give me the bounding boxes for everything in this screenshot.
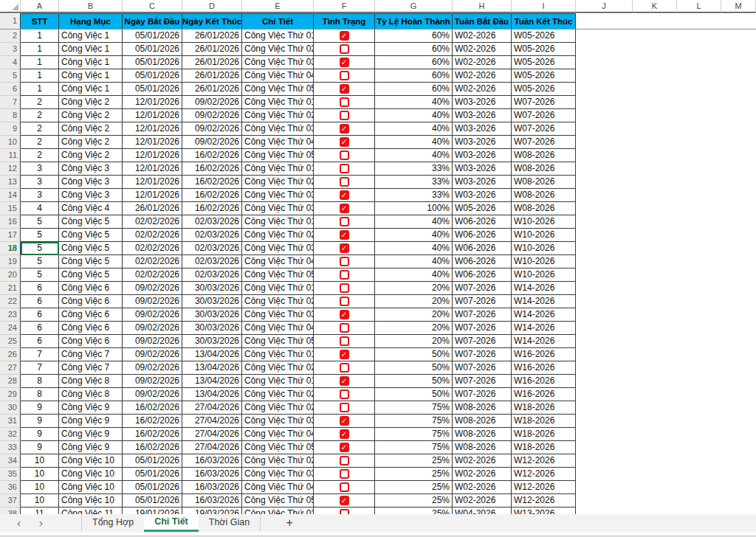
cell-tinh-trang[interactable]: [314, 401, 375, 415]
row-number[interactable]: 10: [0, 136, 21, 149]
cell-ty-le[interactable]: 25%: [375, 468, 453, 481]
cell-ngay-ket-thuc[interactable]: 16/03/2026: [182, 468, 242, 481]
cell-tuan-bat-dau[interactable]: W02-2026: [453, 43, 512, 56]
cell-ty-le[interactable]: 33%: [375, 162, 453, 176]
row-number[interactable]: 6: [0, 83, 21, 96]
cell-hang-muc[interactable]: Công Việc 3: [59, 189, 123, 202]
cell-stt[interactable]: 1: [21, 69, 59, 83]
cell-chi-tiet[interactable]: Công Việc Thứ 01: [242, 162, 314, 176]
cell-chi-tiet[interactable]: Công Việc Thứ 03: [242, 122, 314, 136]
row-number[interactable]: 13: [0, 176, 21, 189]
cell-tinh-trang[interactable]: [314, 176, 375, 189]
column-letter-i[interactable]: I: [512, 0, 576, 13]
cell-tuan-ket-thuc[interactable]: W14-2026: [512, 295, 576, 308]
header-cell-stt[interactable]: STT: [21, 13, 59, 30]
row-number[interactable]: 24: [0, 322, 21, 335]
cell-ngay-ket-thuc[interactable]: 16/02/2026: [182, 162, 242, 176]
row-number[interactable]: 17: [0, 229, 21, 242]
row-number[interactable]: 18: [0, 242, 21, 255]
row-number[interactable]: 30: [0, 401, 21, 415]
cell-tinh-trang[interactable]: [314, 494, 375, 507]
cell-tuan-ket-thuc[interactable]: W18-2026: [512, 401, 576, 415]
cell-chi-tiet[interactable]: Công Việc Thứ 03: [242, 56, 314, 69]
cell-ty-le[interactable]: 60%: [375, 30, 453, 43]
cell-ngay-bat-dau[interactable]: 12/01/2026: [123, 176, 182, 189]
cell-ty-le[interactable]: 50%: [375, 361, 453, 375]
cell-ngay-bat-dau[interactable]: 16/02/2026: [123, 401, 182, 415]
cell-ngay-ket-thuc[interactable]: 16/03/2026: [182, 494, 242, 507]
cell-tinh-trang[interactable]: [314, 268, 375, 282]
cell-ngay-bat-dau[interactable]: 09/02/2026: [123, 375, 182, 388]
column-letter-b[interactable]: B: [59, 0, 123, 13]
cell-tuan-bat-dau[interactable]: W03-2026: [453, 162, 512, 176]
cell-chi-tiet[interactable]: Công Việc Thứ 03: [242, 415, 314, 428]
cell-tuan-bat-dau[interactable]: W06-2026: [453, 215, 512, 229]
cell-tuan-bat-dau[interactable]: W07-2026: [453, 308, 512, 322]
column-letter-a[interactable]: A: [21, 0, 59, 13]
cell-stt[interactable]: 2: [21, 109, 59, 122]
cell-stt[interactable]: 5: [21, 242, 59, 255]
cell-tuan-ket-thuc[interactable]: W07-2026: [512, 109, 576, 122]
cell-ty-le[interactable]: 100%: [375, 202, 453, 215]
cell-stt[interactable]: 5: [21, 268, 59, 282]
cell-tinh-trang[interactable]: [314, 202, 375, 215]
cell-ngay-bat-dau[interactable]: 05/01/2026: [123, 468, 182, 481]
checkbox-checked-icon[interactable]: [340, 230, 349, 240]
cell-stt[interactable]: 6: [21, 282, 59, 295]
cell-tinh-trang[interactable]: [314, 189, 375, 202]
cell-chi-tiet[interactable]: Công Việc Thứ 02: [242, 43, 314, 56]
cell-tuan-ket-thuc[interactable]: W18-2026: [512, 441, 576, 454]
checkbox-unchecked-icon[interactable]: [340, 336, 349, 346]
cell-tinh-trang[interactable]: [314, 454, 375, 468]
cell-tinh-trang[interactable]: [314, 375, 375, 388]
cell-ngay-bat-dau[interactable]: 09/02/2026: [123, 282, 182, 295]
cell-ty-le[interactable]: 40%: [375, 268, 453, 282]
column-letter-k[interactable]: K: [633, 0, 677, 13]
cell-ty-le[interactable]: 40%: [375, 109, 453, 122]
cell-stt[interactable]: 1: [21, 56, 59, 69]
cell-ty-le[interactable]: 40%: [375, 229, 453, 242]
cell-stt[interactable]: 9: [21, 415, 59, 428]
cell-tinh-trang[interactable]: [314, 69, 375, 83]
row-number[interactable]: 26: [0, 348, 21, 361]
cell-tuan-ket-thuc[interactable]: W16-2026: [512, 348, 576, 361]
column-letter-m[interactable]: M: [721, 0, 756, 13]
cell-ngay-bat-dau[interactable]: 12/01/2026: [123, 136, 182, 149]
cell-hang-muc[interactable]: Công Việc 10: [59, 494, 123, 507]
cell-tinh-trang[interactable]: [314, 162, 375, 176]
cell-ty-le[interactable]: 75%: [375, 401, 453, 415]
checkbox-unchecked-icon[interactable]: [340, 270, 349, 280]
header-cell-tuan-ket-thuc[interactable]: Tuần Kết Thúc: [512, 13, 576, 30]
cell-ty-le[interactable]: 50%: [375, 388, 453, 401]
cell-chi-tiet[interactable]: Công Việc Thứ 03: [242, 468, 314, 481]
cell-stt[interactable]: 7: [21, 348, 59, 361]
checkbox-unchecked-icon[interactable]: [340, 97, 349, 107]
cell-ty-le[interactable]: 25%: [375, 454, 453, 468]
cell-tuan-bat-dau[interactable]: W07-2026: [453, 335, 512, 348]
cell-ngay-ket-thuc[interactable]: 16/03/2026: [182, 454, 242, 468]
cell-chi-tiet[interactable]: Công Việc Thứ 03: [242, 242, 314, 255]
cell-ty-le[interactable]: 40%: [375, 122, 453, 136]
cell-ngay-ket-thuc[interactable]: 02/03/2026: [182, 255, 242, 268]
cell-tuan-bat-dau[interactable]: W02-2026: [453, 30, 512, 43]
cell-ty-le[interactable]: 40%: [375, 255, 453, 268]
checkbox-unchecked-icon[interactable]: [340, 323, 349, 333]
cell-ty-le[interactable]: 75%: [375, 415, 453, 428]
cell-ty-le[interactable]: 40%: [375, 136, 453, 149]
cell-ty-le[interactable]: 20%: [375, 335, 453, 348]
tab-thoi-gian[interactable]: Thời Gian: [199, 514, 260, 532]
cell-hang-muc[interactable]: Công Việc 1: [59, 56, 123, 69]
cell-chi-tiet[interactable]: Công Việc Thứ 05: [242, 441, 314, 454]
cell-ngay-bat-dau[interactable]: 09/02/2026: [123, 348, 182, 361]
row-number[interactable]: 14: [0, 189, 21, 202]
cell-hang-muc[interactable]: Công Việc 10: [59, 468, 123, 481]
cell-ngay-bat-dau[interactable]: 16/02/2026: [123, 428, 182, 441]
cell-ngay-bat-dau[interactable]: 02/02/2026: [123, 229, 182, 242]
cell-ngay-bat-dau[interactable]: 12/01/2026: [123, 96, 182, 109]
cell-chi-tiet[interactable]: Công Việc Thứ 01: [242, 282, 314, 295]
cell-tuan-bat-dau[interactable]: W08-2026: [453, 428, 512, 441]
cell-ngay-bat-dau[interactable]: 09/02/2026: [123, 361, 182, 375]
cell-tuan-ket-thuc[interactable]: W05-2026: [512, 83, 576, 96]
row-number[interactable]: 7: [0, 96, 21, 109]
cell-hang-muc[interactable]: Công Việc 9: [59, 441, 123, 454]
